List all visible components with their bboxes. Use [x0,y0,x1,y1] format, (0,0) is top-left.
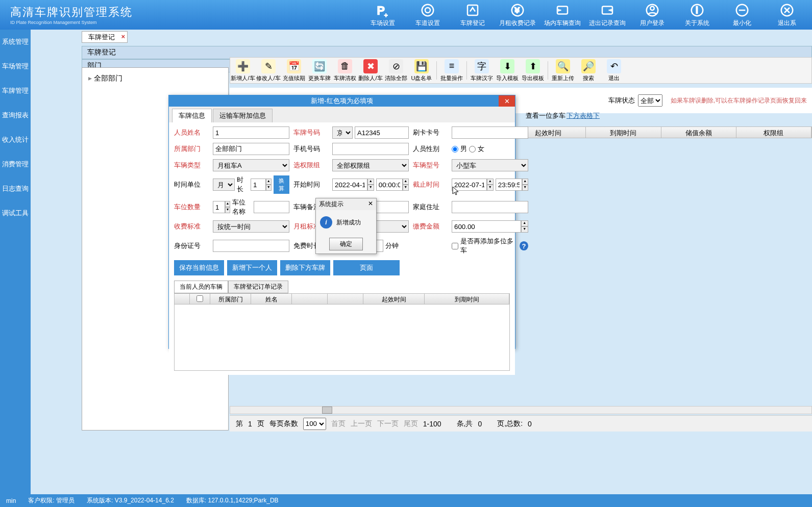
tab-label: 车牌登记 [88,33,115,41]
select-feestd[interactable]: 按统一时间 [213,220,289,233]
lnav-income[interactable]: 收入统计 [0,128,31,152]
nav-lane-settings[interactable]: 车道设置 [407,3,449,28]
inner-grid-head: 所属部门 姓名 起效时间 到期时间 [174,293,510,305]
btn-calc[interactable]: 换算 [274,175,289,194]
bg-grid-head: 起效时间 到期时间 储值余额 权限组 [510,126,812,138]
pager-last[interactable]: 尾页 [404,419,418,428]
lnav-debug[interactable]: 调试工具 [0,201,31,225]
itab-orders[interactable]: 车牌登记订单记录 [228,281,288,293]
alert-close-icon[interactable]: ✕ [368,200,373,209]
tb-clearall[interactable]: ⊘清除全部 [383,59,409,82]
tb-delete[interactable]: ✖删除人/车 [358,59,383,82]
nav-lot-settings[interactable]: P车场设置 [362,3,404,28]
tab-close-icon[interactable]: × [121,33,125,40]
dtab-plate-info[interactable]: 车牌信息 [172,109,212,122]
lnav-lot[interactable]: 车场管理 [0,54,31,79]
toolbar: ➕新增人/车 ✎修改人/车 📅充值续期 🔄更换车牌 🗑车牌清权 ✖删除人/车 ⊘… [230,57,812,84]
svg-point-9 [650,6,654,10]
lnav-log[interactable]: 日志查询 [0,176,31,201]
alert-box: 系统提示 ✕ i 新增成功 确定 [315,198,377,254]
lnav-plate[interactable]: 车牌管理 [0,79,31,103]
inner-chk-all[interactable] [196,295,203,302]
radio-male[interactable] [452,146,458,153]
inner-grid-body[interactable] [174,305,510,371]
tb-import[interactable]: ⬇导入模板 [495,59,520,82]
input-fee[interactable] [452,220,521,233]
alert-ok-button[interactable]: 确定 [329,238,363,250]
tb-reupload[interactable]: 🔍重新上传 [550,59,576,82]
dialog-title-text: 新增-红色项为必填项 [311,96,373,106]
nav-exit[interactable]: 退出系 [766,3,808,28]
input-slotname[interactable] [254,201,289,213]
tab-plate-register[interactable]: 车牌登记 × [82,31,128,43]
select-timeunit[interactable]: 月 [213,179,235,191]
lbl-start: 开始时间 [293,180,328,189]
grid-hscroll[interactable] [230,406,812,414]
lbl-addr: 家庭住址 [413,202,448,212]
lbl-fee: 缴费金额 [413,222,448,231]
btn-del-below[interactable]: 删除下方车牌 [280,260,330,275]
tb-edit[interactable]: ✎修改人/车 [256,59,281,82]
btn-add-next[interactable]: 新增下一个人 [227,260,277,275]
input-end-time[interactable] [496,179,522,191]
input-start-time[interactable] [376,179,403,191]
itab-cur-vehicles[interactable]: 当前人员的车辆 [174,281,228,293]
help-icon[interactable]: ? [520,241,528,250]
select-perm[interactable]: 全部权限组 [332,159,409,171]
tb-hanzi[interactable]: 字车牌汉字 [469,59,495,82]
tree-root[interactable]: 全部部门 [86,72,224,85]
lnav-report[interactable]: 查询报表 [0,103,31,128]
nav-plate-register[interactable]: 车牌登记 [452,3,494,28]
pager-perpage[interactable]: 100 [303,418,326,430]
pager-page: 1 [248,420,252,428]
dialog-title-bar[interactable]: 新增-红色项为必填项 ✕ [169,95,515,107]
nav-inout-query[interactable]: 进出记录查询 [586,3,628,28]
tb-search[interactable]: 🔎搜索 [576,59,601,82]
input-card[interactable] [452,126,528,139]
dialog-close-icon[interactable]: ✕ [499,95,515,107]
input-name[interactable] [213,126,289,139]
tb-clearauth[interactable]: 🗑车牌清权 [332,59,358,82]
tb-export[interactable]: ⬆导出模板 [520,59,546,82]
input-plate-no[interactable] [355,126,409,139]
radio-female[interactable] [469,146,476,153]
pager-total: 0 [478,420,482,428]
select-plate-prov[interactable]: 京 [332,126,353,139]
input-dept[interactable] [213,143,289,155]
grid-link[interactable]: 下方表格下 [567,111,600,120]
tb-add[interactable]: ➕新增人/车 [230,59,256,82]
svg-point-2 [425,8,430,13]
pager-prev[interactable]: 上一页 [351,419,372,428]
lbl-card: 刷卡卡号 [413,128,448,137]
tb-batch[interactable]: ≡批量操作 [439,59,464,82]
input-start-date[interactable] [332,179,367,191]
nav-about[interactable]: i关于系统 [676,3,718,28]
input-idno[interactable] [213,240,289,252]
input-phone[interactable] [332,143,409,155]
select-vmodel[interactable]: 小型车 [452,159,528,171]
select-vtype[interactable]: 月租车A [213,159,289,171]
lbl-timeunit: 时间单位 [174,180,209,189]
pager-first[interactable]: 首页 [331,419,346,428]
input-duration[interactable] [251,179,266,191]
input-addr[interactable] [452,201,528,213]
nav-minimize[interactable]: 最小化 [721,3,763,28]
tb-recharge[interactable]: 📅充值续期 [281,59,307,82]
btn-page[interactable]: 页面 [333,260,400,275]
nav-monthly-fee[interactable]: ¥月租收费记录 [497,3,538,28]
btn-save[interactable]: 保存当前信息 [174,260,224,275]
status-select[interactable]: 全部 [638,94,662,107]
nav-inlot-query[interactable]: 场内车辆查询 [542,3,583,28]
tb-exit[interactable]: ↶退出 [601,59,627,82]
chk-addmore[interactable] [452,243,458,249]
lnav-system[interactable]: 系统管理 [0,30,31,54]
lnav-consume[interactable]: 消费管理 [0,152,31,176]
tb-replace[interactable]: 🔄更换车牌 [307,59,332,82]
input-end-date[interactable] [452,179,487,191]
dtab-transport-extra[interactable]: 运输车附加信息 [213,109,273,122]
input-slots[interactable] [213,201,225,213]
nav-user-login[interactable]: 用户登录 [631,3,673,28]
tb-usb[interactable]: 💾U盘名单 [409,59,434,82]
lbl-idno: 身份证号 [174,241,209,250]
pager-next[interactable]: 下一页 [377,419,399,428]
